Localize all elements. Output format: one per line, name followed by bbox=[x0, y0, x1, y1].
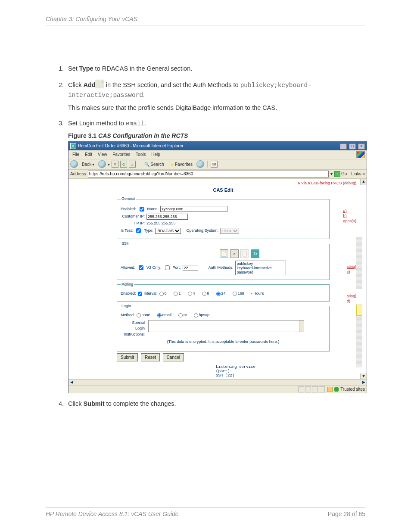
search-button[interactable]: 🔍Search bbox=[142, 160, 166, 168]
step-3: Set Login method to email. Figure 3.1 CA… bbox=[65, 119, 365, 393]
windows-flag-icon bbox=[356, 151, 365, 158]
ie-logo-icon: e bbox=[70, 143, 76, 149]
ssh-delete-button[interactable]: × bbox=[230, 249, 239, 258]
menu-bar: File Edit View Favorites Tools Help bbox=[68, 150, 367, 159]
os-select: Linux bbox=[220, 228, 239, 234]
page-content: ▲ ▼ 6 Via a LAB-facing RACS (debug) a) b… bbox=[68, 179, 367, 386]
interval-24[interactable] bbox=[216, 292, 221, 296]
name-input[interactable] bbox=[160, 206, 227, 212]
links-button[interactable]: Links » bbox=[349, 171, 365, 177]
toolbar: Back ▾ ▾ × ↻ ⌂ 🔍Search ★Favorites ✉ bbox=[68, 159, 367, 170]
interval-0[interactable] bbox=[159, 292, 164, 296]
sli-textarea[interactable] bbox=[148, 320, 304, 332]
menu-edit[interactable]: Edit bbox=[83, 152, 94, 157]
form-title: CAS Edit bbox=[117, 187, 330, 194]
mail-icon[interactable]: ✉ bbox=[211, 161, 218, 168]
add-icon bbox=[96, 80, 104, 88]
close-icon[interactable]: × bbox=[358, 143, 365, 149]
shield-icon bbox=[334, 387, 339, 392]
address-label: Address bbox=[70, 171, 86, 177]
sli-label: Special Login Instructions: bbox=[121, 320, 145, 338]
address-input[interactable] bbox=[88, 171, 329, 177]
hp-ip-value: 255.255.255.255 bbox=[146, 221, 176, 227]
zone-label: Trusted sites bbox=[340, 386, 365, 392]
ssh-add-button[interactable]: 📄 bbox=[220, 249, 228, 258]
refresh-icon[interactable]: ↻ bbox=[120, 161, 127, 168]
back-button[interactable]: Back ▾ bbox=[80, 160, 97, 168]
customer-ip-input[interactable] bbox=[146, 214, 188, 220]
h-scrollbar[interactable]: ◀▶ bbox=[68, 379, 367, 386]
lock-icon bbox=[327, 387, 333, 392]
auth-methods-textarea[interactable]: publickey keyboard-interactive password bbox=[235, 261, 286, 275]
cancel-button[interactable]: Cancel bbox=[163, 353, 184, 361]
interval-8[interactable] bbox=[202, 292, 206, 296]
ssh-refresh-button[interactable]: ↻ bbox=[251, 249, 259, 258]
window-titlebar: e RemCon Edit Order #6360 - Microsoft In… bbox=[68, 142, 367, 150]
maximize-icon[interactable]: □ bbox=[349, 143, 356, 149]
general-fieldset: General Enabled: Name: Customer IP: bbox=[117, 196, 330, 239]
step-1: Set Type to RDACAS in the General sectio… bbox=[65, 64, 365, 74]
menu-file[interactable]: File bbox=[70, 152, 81, 157]
forward-icon[interactable] bbox=[98, 160, 106, 168]
history-icon[interactable] bbox=[196, 160, 204, 168]
step-4: Click Submit to complete the changes. bbox=[65, 399, 365, 409]
chapter-header: Chapter 3: Configuring Your vCAS bbox=[46, 16, 365, 25]
interval-1[interactable] bbox=[174, 292, 178, 296]
step-list: Set Type to RDACAS in the General sectio… bbox=[65, 64, 365, 409]
go-button[interactable]: Go bbox=[334, 171, 347, 177]
debug-link[interactable]: 6 Via a LAB-facing RACS (debug) bbox=[298, 180, 356, 187]
page-footer: HP Remote Device Access 8.1: vCAS User G… bbox=[46, 507, 365, 517]
login-fieldset: Login Method: none email nt hpsup Specia… bbox=[117, 303, 330, 352]
istest-checkbox[interactable] bbox=[136, 228, 141, 233]
menu-view[interactable]: View bbox=[96, 152, 109, 157]
stop-icon[interactable]: × bbox=[112, 161, 118, 168]
listening-block: Listening service (port): SSH (22) bbox=[216, 365, 255, 378]
method-email[interactable] bbox=[157, 313, 162, 317]
ssh-copy-button[interactable]: 📋 bbox=[240, 249, 249, 258]
menu-favorites[interactable]: Favorites bbox=[110, 152, 132, 157]
ssh-allowed-checkbox[interactable] bbox=[139, 265, 143, 270]
method-hpsup[interactable] bbox=[194, 313, 198, 317]
type-select[interactable]: RDACAS bbox=[155, 228, 181, 234]
submit-button[interactable]: Submit bbox=[117, 353, 138, 361]
minimize-icon[interactable]: _ bbox=[340, 143, 347, 149]
ssh-v2-checkbox[interactable] bbox=[165, 265, 170, 270]
method-none[interactable] bbox=[137, 313, 141, 317]
polling-fieldset: Polling Enabled: Interval: 0 1 4 8 24 bbox=[117, 282, 330, 302]
ie-window: e RemCon Edit Order #6360 - Microsoft In… bbox=[68, 141, 367, 393]
favorites-button[interactable]: ★Favorites bbox=[168, 160, 195, 168]
encryption-note: (This data is encrypted. It is acceptabl… bbox=[121, 339, 326, 345]
method-nt[interactable] bbox=[178, 313, 183, 317]
status-bar: Trusted sites bbox=[68, 386, 367, 393]
enabled-checkbox[interactable] bbox=[140, 207, 144, 212]
interval-4[interactable] bbox=[188, 292, 192, 296]
ssh-fieldset: SSH 📄 × 📋 ↻ Allowed: bbox=[117, 241, 330, 280]
ssh-port-input[interactable] bbox=[183, 265, 198, 271]
window-buttons: _ □ × bbox=[339, 143, 365, 149]
menu-help[interactable]: Help bbox=[149, 152, 162, 157]
menu-tools[interactable]: Tools bbox=[134, 152, 148, 157]
figure-caption: Figure 3.1 CAS Configuration in the RCTS bbox=[68, 131, 365, 140]
polling-enabled-checkbox[interactable] bbox=[138, 292, 142, 296]
reset-button[interactable]: Reset bbox=[141, 353, 160, 361]
interval-168[interactable] bbox=[233, 292, 237, 296]
back-icon[interactable] bbox=[70, 160, 78, 168]
address-bar: Address ▾ Go Links » bbox=[68, 170, 367, 179]
step-2: Click Add in the SSH section, and set th… bbox=[65, 80, 365, 113]
home-icon[interactable]: ⌂ bbox=[129, 161, 136, 168]
